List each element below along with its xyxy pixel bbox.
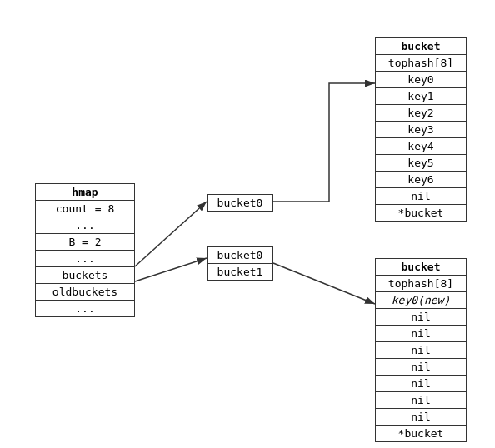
hmap-cell-oldbuckets: oldbuckets	[36, 284, 134, 301]
btr-cell-5: key4	[376, 138, 466, 155]
bbr-cell-7: nil	[376, 392, 466, 409]
arrow-oldbuckets-to-array	[135, 258, 207, 281]
hmap-cell-buckets: buckets	[36, 267, 134, 284]
diagram: hmap count = 8 ... B = 2 ... buckets old…	[0, 0, 495, 448]
bucket-bottom-right-header: bucket	[376, 259, 466, 276]
btr-cell-3: key2	[376, 105, 466, 122]
bucket-array-cell1: bucket1	[208, 264, 272, 280]
hmap-cell-b: B = 2	[36, 234, 134, 251]
bucket0-single: bucket0	[207, 194, 273, 212]
btr-cell-4: key3	[376, 122, 466, 138]
btr-cell-9: *bucket	[376, 205, 466, 221]
arrow-buckets-to-bucket0	[135, 202, 207, 266]
hmap-box: hmap count = 8 ... B = 2 ... buckets old…	[35, 183, 135, 317]
hmap-cell-dots3: ...	[36, 301, 134, 316]
bucket-array: bucket0 bucket1	[207, 246, 273, 281]
bucket0-single-cell: bucket0	[208, 195, 272, 211]
btr-cell-8: nil	[376, 188, 466, 205]
btr-cell-1: key0	[376, 72, 466, 88]
bbr-cell-8: nil	[376, 409, 466, 426]
btr-cell-0: tophash[8]	[376, 55, 466, 72]
bucket-top-right-header: bucket	[376, 38, 466, 55]
hmap-cell-dots2: ...	[36, 251, 134, 267]
hmap-cell-count: count = 8	[36, 201, 134, 217]
bbr-cell-3: nil	[376, 326, 466, 342]
bbr-cell-5: nil	[376, 359, 466, 376]
bbr-cell-1: key0(new)	[376, 292, 466, 309]
bbr-cell-0: tophash[8]	[376, 276, 466, 292]
btr-cell-2: key1	[376, 88, 466, 105]
btr-cell-7: key6	[376, 172, 466, 188]
bbr-cell-9: *bucket	[376, 426, 466, 441]
bucket-array-cell0: bucket0	[208, 247, 272, 264]
hmap-cell-dots1: ...	[36, 217, 134, 234]
bucket-bottom-right: bucket tophash[8] key0(new) nil nil nil …	[375, 258, 467, 442]
btr-cell-6: key5	[376, 155, 466, 172]
arrow-bucket0-to-top-right	[273, 83, 375, 202]
bbr-cell-4: nil	[376, 342, 466, 359]
hmap-header: hmap	[36, 184, 134, 201]
arrow-bucket1-to-bottom-right	[273, 263, 375, 304]
bucket-top-right: bucket tophash[8] key0 key1 key2 key3 ke…	[375, 37, 467, 222]
bbr-cell-6: nil	[376, 376, 466, 392]
bbr-cell-2: nil	[376, 309, 466, 326]
